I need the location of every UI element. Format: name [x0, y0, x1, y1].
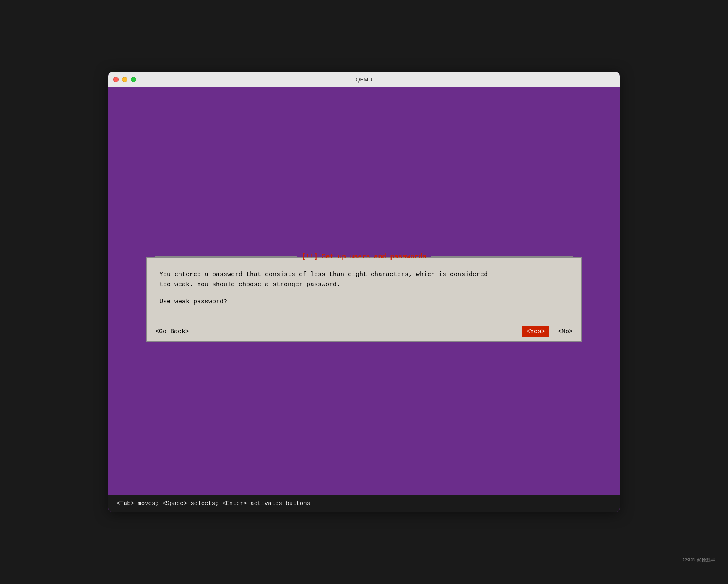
- right-buttons: <Yes> <No>: [522, 326, 573, 337]
- close-button[interactable]: [113, 77, 119, 82]
- message-line1: You entered a password that consists of …: [159, 271, 488, 278]
- dialog-box: [!!] Set up users and passwords You ente…: [146, 257, 582, 342]
- yes-button[interactable]: <Yes>: [522, 326, 549, 337]
- dialog-title-bar: [!!] Set up users and passwords: [147, 253, 581, 261]
- maximize-button[interactable]: [131, 77, 136, 82]
- title-line-right: [431, 256, 573, 257]
- dialog-buttons: <Go Back> <Yes> <No>: [147, 326, 581, 341]
- dialog-title: [!!] Set up users and passwords: [297, 253, 431, 261]
- message-line2: too weak. You should choose a stronger p…: [159, 281, 341, 288]
- status-bar: <Tab> moves; <Space> selects; <Enter> ac…: [108, 495, 620, 512]
- go-back-button[interactable]: <Go Back>: [155, 328, 189, 335]
- dialog-message: You entered a password that consists of …: [159, 270, 569, 290]
- window-title: QEMU: [356, 76, 372, 83]
- titlebar: QEMU: [108, 72, 620, 87]
- no-button[interactable]: <No>: [558, 328, 573, 335]
- dialog-content: You entered a password that consists of …: [147, 266, 581, 326]
- dialog-question: Use weak password?: [159, 298, 569, 305]
- terminal-area: [!!] Set up users and passwords You ente…: [108, 87, 620, 512]
- status-text: <Tab> moves; <Space> selects; <Enter> ac…: [117, 500, 310, 507]
- title-line-left: [155, 256, 297, 257]
- qemu-window: QEMU [!!] Set up users and passwords You…: [108, 72, 620, 512]
- minimize-button[interactable]: [122, 77, 127, 82]
- watermark: CSDN @拾點半: [683, 557, 715, 563]
- traffic-lights: [113, 77, 136, 82]
